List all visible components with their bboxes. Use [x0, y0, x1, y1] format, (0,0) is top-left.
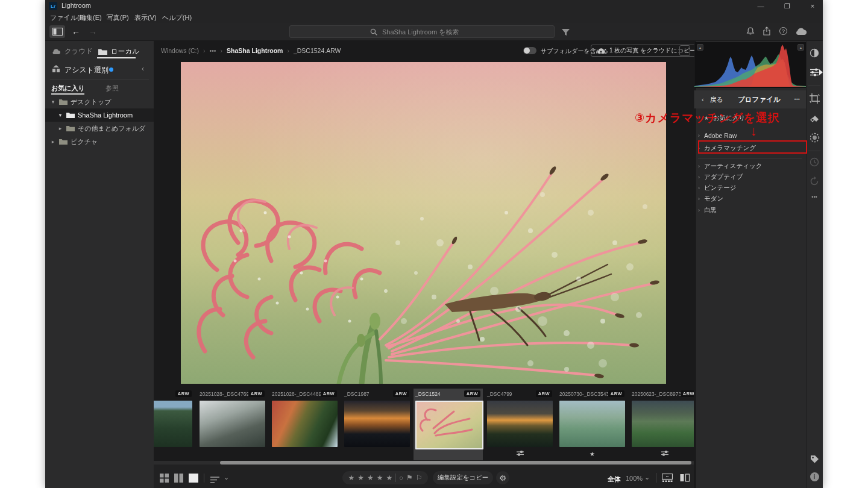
settings-gear-button[interactable]: ⚙ — [496, 471, 509, 484]
menu-bar: ファイル(F) 編集(E) 写真(P) 表示(V) ヘルプ(H) — [45, 12, 823, 23]
assist-badge-dot — [109, 67, 113, 72]
menu-photo[interactable]: 写真(P) — [107, 13, 129, 22]
highlight-clipping-toggle[interactable]: ▴ — [797, 44, 804, 51]
tab-cloud[interactable]: クラウド — [51, 47, 93, 56]
filmstrip-cell[interactable]: 20251028-_DSC4769 ARW — [198, 389, 267, 460]
tree-item-shasha-lightroom[interactable]: ▾ ShaSha Lightroom — [57, 108, 151, 122]
healing-brush-icon[interactable] — [806, 113, 823, 125]
profile-group-vintage[interactable]: › ビンテージ — [698, 182, 802, 193]
search-input[interactable] — [381, 28, 474, 36]
include-subfolders-toggle[interactable] — [523, 47, 536, 54]
sort-button[interactable] — [210, 475, 219, 486]
profile-panel-header: ‹ 戻る プロファイル ••• — [694, 90, 806, 108]
info-icon[interactable]: i — [806, 472, 823, 481]
tri-right-icon: ▸ — [57, 125, 63, 131]
back-chevron-icon[interactable]: ‹ — [702, 96, 704, 103]
chevron-right-icon: › — [698, 207, 700, 213]
versions-sync-icon[interactable] — [806, 177, 823, 189]
menu-edit[interactable]: 編集(E) — [80, 13, 102, 22]
star-3[interactable]: ★ — [367, 474, 374, 482]
filmstrip-cell[interactable]: 20250730-_DSC3543 ARW ★ — [558, 389, 627, 460]
profile-group-artistic[interactable]: › アーティスティック — [698, 160, 802, 172]
crop-icon[interactable] — [806, 93, 823, 106]
close-button[interactable]: × — [804, 0, 822, 12]
breadcrumb-more-button[interactable]: ⋯ — [679, 45, 690, 56]
profile-group-adaptive[interactable]: › アダプティブ — [698, 171, 802, 183]
square-grid-view-button[interactable] — [174, 474, 183, 485]
breadcrumb-root[interactable]: Windows (C:) — [161, 47, 199, 54]
thumbnail[interactable] — [200, 401, 265, 447]
tree-item-pictures[interactable]: ▸ ピクチャ — [50, 135, 151, 148]
raw-badge: ARW — [175, 390, 192, 397]
filmstrip-cell[interactable]: ARW — [154, 389, 194, 460]
pick-flag-icon[interactable]: ⚑ — [406, 474, 413, 482]
minimize-button[interactable]: — — [752, 0, 770, 12]
menu-help[interactable]: ヘルプ(H) — [162, 13, 192, 22]
zoom-mode-label[interactable]: 全体 — [608, 475, 621, 484]
shadow-clipping-toggle[interactable]: ▴ — [697, 44, 703, 51]
notifications-bell-icon[interactable] — [746, 27, 755, 38]
filter-icon[interactable] — [562, 28, 570, 39]
search-box[interactable] — [289, 25, 555, 38]
tab-browse[interactable]: 参照 — [105, 84, 119, 93]
filmstrip-cell[interactable]: _DSC1987 ARW — [342, 389, 412, 460]
back-button-label[interactable]: 戻る — [710, 95, 723, 104]
panel-more-button[interactable]: ••• — [794, 96, 800, 102]
sort-caret-icon[interactable]: ⌄ — [224, 474, 229, 481]
breadcrumb-ellipsis[interactable]: ••• — [210, 47, 216, 54]
reject-flag-icon[interactable]: ⚐ — [416, 474, 423, 482]
star-1[interactable]: ★ — [348, 474, 354, 482]
filmstrip-cell[interactable]: 20251028-_DSC4489 ARW — [270, 389, 339, 460]
detail-view-button[interactable] — [189, 474, 198, 485]
thumbnail[interactable] — [415, 401, 483, 449]
edit-light-icon[interactable] — [806, 48, 823, 60]
grid-view-button[interactable] — [160, 474, 169, 485]
star-4[interactable]: ★ — [377, 474, 383, 482]
menu-view[interactable]: 表示(V) — [134, 13, 157, 22]
no-rating-circle-icon[interactable]: ○ — [399, 474, 403, 481]
history-icon[interactable] — [806, 157, 823, 169]
chevron-right-icon: › — [698, 163, 700, 169]
tab-local[interactable]: ローカル — [98, 47, 139, 56]
star-5[interactable]: ★ — [386, 474, 393, 482]
zoom-caret-icon[interactable]: ⌄ — [644, 474, 650, 481]
back-button[interactable]: ← — [72, 27, 80, 36]
thumbnail[interactable] — [154, 401, 192, 447]
keywords-tag-icon[interactable] — [806, 455, 823, 466]
assist-select-item[interactable]: アシスト選別 — [64, 65, 108, 75]
masking-icon[interactable] — [806, 133, 823, 145]
tree-item-desktop[interactable]: ▾ デスクトップ — [50, 95, 151, 108]
star-2[interactable]: ★ — [357, 474, 364, 482]
cloud-sync-icon[interactable] — [794, 27, 808, 38]
window-title: Lightroom — [61, 2, 91, 9]
lightroom-logo-icon: Lr — [49, 2, 57, 10]
photo-canvas[interactable] — [181, 62, 666, 384]
thumbnail[interactable] — [272, 401, 338, 447]
thumbnail[interactable] — [632, 401, 694, 447]
more-tools-button[interactable]: ••• — [806, 194, 823, 200]
panel-toggle-button[interactable] — [49, 25, 65, 38]
share-icon[interactable] — [763, 27, 771, 38]
copy-edit-settings-button[interactable]: 編集設定をコピー — [433, 471, 493, 484]
breadcrumb-file: _DSC1524.ARW — [294, 47, 341, 54]
tab-favorites[interactable]: お気に入り — [51, 84, 85, 93]
profile-group-bw[interactable]: › 白黒 — [698, 204, 802, 216]
filmstrip-toggle-button[interactable] — [662, 474, 673, 484]
tree-item-other-folder[interactable]: ▸ その他まとめフォルダ — [57, 122, 151, 135]
forward-button[interactable]: → — [89, 27, 97, 36]
profile-group-modern[interactable]: › モダン — [698, 193, 802, 204]
filmstrip-cell[interactable]: 20250623-_DSC8973 ARW — [630, 389, 694, 460]
filmstrip-cell[interactable]: _DSC4799 ARW — [485, 389, 555, 460]
filmstrip-cell-selected[interactable]: _DSC1524 ARW — [414, 389, 483, 460]
breadcrumb-folder[interactable]: ShaSha Lightroom — [227, 47, 283, 54]
compare-view-button[interactable] — [680, 474, 690, 484]
profile-group-adobe-raw[interactable]: › Adobe Raw — [698, 130, 802, 141]
sidebar-collapse-chevron[interactable]: ‹ — [142, 64, 144, 73]
help-icon[interactable]: ? — [779, 27, 787, 35]
thumbnail[interactable] — [487, 401, 553, 447]
spider-lily-photo — [181, 62, 666, 384]
zoom-value[interactable]: 100% — [626, 475, 643, 482]
thumbnail[interactable] — [344, 401, 410, 447]
restore-button[interactable]: ❐ — [778, 0, 796, 12]
thumbnail[interactable] — [559, 401, 625, 447]
